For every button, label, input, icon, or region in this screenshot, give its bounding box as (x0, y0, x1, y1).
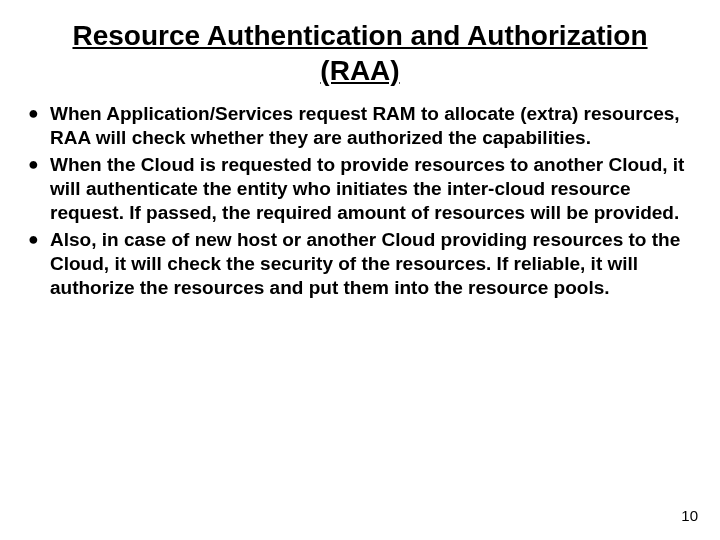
page-number: 10 (681, 507, 698, 524)
list-item: When the Cloud is requested to provide r… (28, 153, 692, 226)
list-item: Also, in case of new host or another Clo… (28, 228, 692, 301)
bullet-list: When Application/Services request RAM to… (28, 102, 692, 301)
list-item: When Application/Services request RAM to… (28, 102, 692, 151)
slide-content: When Application/Services request RAM to… (0, 98, 720, 301)
slide-title: Resource Authentication and Authorizatio… (0, 0, 720, 98)
